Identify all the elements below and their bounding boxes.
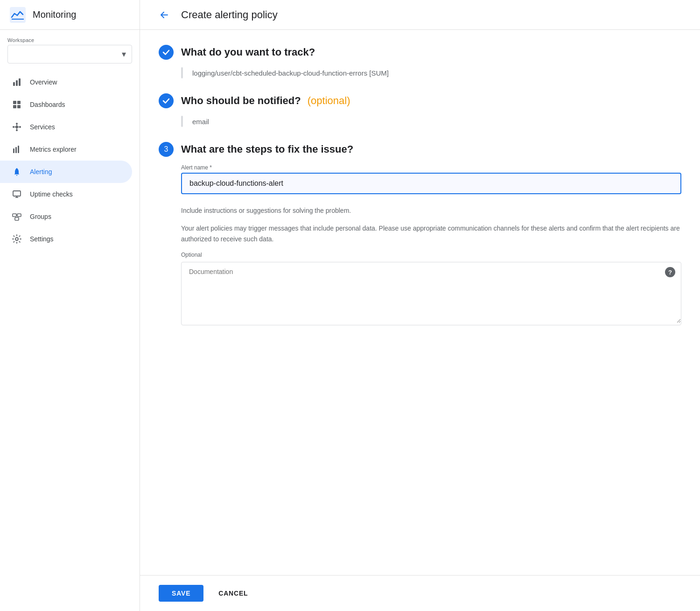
step-2-value: email — [192, 118, 209, 126]
alert-name-input[interactable] — [182, 174, 680, 193]
sidebar-item-label: Services — [30, 123, 55, 131]
workspace-label: Workspace — [7, 37, 132, 43]
sidebar-item-label: Settings — [30, 235, 54, 243]
step-3-title: What are the steps to fix the issue? — [181, 143, 353, 155]
alert-name-section: Alert name * — [181, 164, 681, 194]
dashboard-icon — [11, 99, 22, 110]
help-icon[interactable]: ? — [665, 267, 675, 277]
step-3-section: 3 What are the steps to fix the issue? A… — [159, 142, 681, 325]
alert-name-input-wrapper — [181, 173, 681, 194]
documentation-textarea[interactable] — [182, 262, 681, 323]
settings-icon — [11, 233, 22, 245]
svg-rect-26 — [15, 218, 19, 220]
svg-rect-4 — [19, 78, 21, 86]
main-header: Create alerting policy — [140, 0, 700, 30]
step-3-content: Alert name * Include instructions or sug… — [159, 164, 681, 325]
sidebar-item-settings[interactable]: Settings — [0, 228, 132, 250]
svg-point-10 — [13, 126, 14, 128]
sidebar-item-overview[interactable]: Overview — [0, 71, 132, 93]
save-button[interactable]: SAVE — [159, 585, 203, 602]
sidebar-item-services[interactable]: Services — [0, 116, 132, 138]
main-content: Create alerting policy What do you want … — [140, 0, 700, 611]
svg-rect-6 — [17, 101, 21, 104]
step-2-check-icon — [159, 93, 174, 108]
svg-rect-24 — [13, 214, 16, 217]
sidebar-item-label: Overview — [30, 78, 57, 86]
svg-rect-2 — [13, 82, 15, 86]
svg-point-13 — [16, 129, 18, 131]
sidebar-item-label: Dashboards — [30, 101, 65, 108]
cancel-button[interactable]: CANCEL — [211, 585, 255, 602]
step-1-section: What do you want to track? logging/user/… — [159, 45, 681, 78]
step-2-border — [181, 116, 183, 127]
step-2-optional: (optional) — [308, 95, 350, 106]
monitoring-logo — [9, 7, 26, 23]
step-2-value-row: email — [181, 116, 681, 127]
info-text-1: Include instructions or suggestions for … — [181, 205, 681, 216]
chevron-down-icon: ▾ — [122, 49, 126, 59]
groups-icon — [11, 211, 22, 222]
svg-rect-20 — [18, 146, 19, 153]
step-1-check-icon — [159, 45, 174, 60]
step-1-header: What do you want to track? — [159, 45, 681, 60]
sidebar-item-alerting[interactable]: Alerting — [0, 161, 132, 183]
info-text-2: Your alert policies may trigger messages… — [181, 223, 681, 244]
sidebar-item-label: Groups — [30, 213, 51, 220]
sidebar-item-label: Metrics explorer — [30, 146, 77, 153]
bar-chart-icon — [11, 77, 22, 88]
sidebar-header: Monitoring — [0, 0, 140, 30]
optional-label: Optional — [181, 252, 681, 258]
content-area: What do you want to track? logging/user/… — [140, 30, 700, 575]
back-button[interactable] — [155, 6, 174, 24]
svg-rect-7 — [13, 105, 16, 108]
sidebar-item-groups[interactable]: Groups — [0, 205, 132, 228]
svg-rect-25 — [17, 214, 21, 217]
sidebar-item-metrics-explorer[interactable]: Metrics explorer — [0, 138, 132, 161]
workspace-dropdown[interactable]: ▾ — [7, 45, 132, 63]
step-1-title: What do you want to track? — [181, 46, 315, 58]
app-name: Monitoring — [33, 9, 76, 20]
metrics-icon — [11, 144, 22, 155]
step-2-content: email — [159, 116, 681, 127]
page-title: Create alerting policy — [181, 9, 278, 21]
svg-rect-3 — [16, 80, 18, 86]
bell-icon — [11, 166, 22, 177]
documentation-wrapper: ? — [181, 262, 681, 325]
services-icon — [11, 121, 22, 133]
monitor-icon — [11, 189, 22, 200]
sidebar-nav: Overview Dashboards — [0, 67, 140, 611]
step-1-border — [181, 67, 183, 78]
step-1-value: logging/user/cbt-scheduled-backup-cloud-… — [192, 69, 389, 77]
step-3-header: 3 What are the steps to fix the issue? — [159, 142, 681, 157]
sidebar-item-dashboards[interactable]: Dashboards — [0, 93, 132, 116]
svg-point-9 — [15, 126, 18, 128]
svg-rect-8 — [17, 105, 21, 108]
svg-point-11 — [19, 126, 21, 128]
sidebar: Monitoring Workspace ▾ Overview — [0, 0, 140, 611]
svg-rect-5 — [13, 101, 16, 104]
step-2-header: Who should be notified? (optional) — [159, 93, 681, 108]
workspace-section: Workspace ▾ — [0, 30, 140, 67]
sidebar-item-label: Uptime checks — [30, 190, 73, 198]
svg-point-12 — [16, 123, 18, 125]
step-3-number: 3 — [159, 142, 174, 157]
step-1-content: logging/user/cbt-scheduled-backup-cloud-… — [159, 67, 681, 78]
alert-name-label: Alert name * — [181, 164, 681, 171]
step-2-section: Who should be notified? (optional) email — [159, 93, 681, 127]
step-2-title: Who should be notified? (optional) — [181, 95, 350, 107]
svg-rect-19 — [15, 147, 17, 153]
svg-rect-21 — [13, 191, 21, 196]
step-1-value-row: logging/user/cbt-scheduled-backup-cloud-… — [181, 67, 681, 78]
svg-point-27 — [15, 238, 18, 240]
footer: SAVE CANCEL — [140, 575, 700, 611]
sidebar-item-uptime-checks[interactable]: Uptime checks — [0, 183, 132, 205]
svg-rect-18 — [13, 148, 14, 153]
sidebar-item-label: Alerting — [30, 168, 52, 176]
